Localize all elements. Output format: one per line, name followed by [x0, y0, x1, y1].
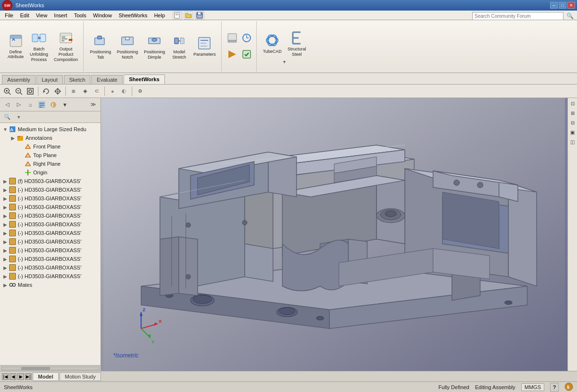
- tree-item-mates[interactable]: ▶ Mates: [0, 281, 100, 289]
- menu-window[interactable]: Window: [90, 12, 115, 19]
- rmt-view-5[interactable]: ◫: [568, 137, 577, 146]
- positioning-dimple-button[interactable]: Positioning Dimple: [141, 31, 167, 62]
- menu-insert[interactable]: Insert: [51, 12, 70, 19]
- search-button[interactable]: 🔍: [564, 11, 575, 21]
- menu-help[interactable]: Help: [151, 12, 168, 19]
- tree-item-comp8[interactable]: ▶ (-) HD3503-GIARBOXASS': [0, 237, 100, 246]
- rotate-button[interactable]: [41, 86, 51, 97]
- tree-item-comp9[interactable]: ▶ (-) HD3503-GIARBOXASS': [0, 246, 100, 255]
- tree-item-comp11[interactable]: ▶ (-) HD3503-GIARBOXASS': [0, 263, 100, 272]
- menu-edit[interactable]: Edit: [17, 12, 32, 19]
- menu-file[interactable]: File: [2, 12, 16, 19]
- tree-item-comp5[interactable]: ▶ (-) HD3503-GIARBOXASS': [0, 211, 100, 220]
- tree-item-comp6[interactable]: ▶ (-) HD3503-GIARBOXASS': [0, 220, 100, 229]
- zoom-in-button[interactable]: [2, 86, 13, 97]
- tab-evaluate[interactable]: Evaluate: [91, 75, 123, 84]
- scrollbar-thumb[interactable]: [21, 367, 50, 370]
- tree-item-comp1[interactable]: ▶ (f) HD3503-GIARBOXASS': [0, 177, 100, 185]
- extra-btn-4[interactable]: [240, 48, 253, 62]
- define-attribute-button[interactable]: A Define Attribute: [5, 31, 26, 62]
- tab-assembly[interactable]: Assembly: [2, 75, 36, 84]
- restore-button[interactable]: □: [559, 2, 566, 9]
- horizontal-scrollbar[interactable]: [1, 367, 100, 370]
- ft-tree-icon[interactable]: [37, 99, 47, 110]
- tree-item-comp4[interactable]: ▶ (-) HD3503-GIARBOXASS': [0, 203, 100, 211]
- menu-sheetworks[interactable]: SheetWorks: [116, 12, 151, 19]
- tree-expand-comp5[interactable]: ▶: [2, 213, 9, 219]
- ft-forward-button[interactable]: ▷: [13, 99, 24, 110]
- rmt-view-4[interactable]: ▣: [568, 128, 577, 136]
- tree-expand-comp12[interactable]: ▶: [2, 274, 9, 279]
- positioning-notch-button[interactable]: Positioning Notch: [114, 31, 140, 62]
- tree-item-annotations[interactable]: ▶ Annotaïons: [0, 134, 100, 142]
- extra-btn-1[interactable]: [226, 31, 239, 46]
- bottom-nav-next[interactable]: ▶: [17, 373, 24, 380]
- tree-item-comp12[interactable]: ▶ (-) HD3503-GIARBOXASS': [0, 272, 100, 281]
- view-orientation-button[interactable]: ⊞: [68, 86, 79, 97]
- tree-root[interactable]: ▼ A Medium to Large Sized Redu: [0, 125, 100, 134]
- output-product-button[interactable]: Output Product Composition: [51, 28, 80, 64]
- bottom-tab-motion-study[interactable]: Motion Study: [60, 372, 101, 381]
- tree-expand-comp11[interactable]: ▶: [2, 265, 9, 270]
- tree-expand-comp1[interactable]: ▶: [2, 179, 9, 184]
- rmt-view-3[interactable]: ⊟: [568, 118, 577, 127]
- tree-expand-comp10[interactable]: ▶: [2, 257, 9, 262]
- extra-btn-2[interactable]: [240, 31, 253, 46]
- tree-expand-annotations[interactable]: ▶: [10, 135, 16, 141]
- view-settings-button[interactable]: ⚙: [135, 86, 145, 97]
- search-input[interactable]: [472, 12, 564, 20]
- tubecad-dropdown-arrow[interactable]: ▼: [282, 60, 287, 64]
- section-view-button[interactable]: ⊂: [91, 86, 102, 97]
- tree-expand-comp6[interactable]: ▶: [2, 222, 9, 227]
- tab-sheetworks[interactable]: SheetWorks: [124, 74, 164, 84]
- tree-expand-comp2[interactable]: ▶: [2, 187, 9, 193]
- tree-expand-comp7[interactable]: ▶: [2, 231, 9, 236]
- bottom-nav-last[interactable]: ▶|: [25, 373, 32, 380]
- tubecad-button[interactable]: TubeCAD: [261, 31, 284, 56]
- tree-expand-comp4[interactable]: ▶: [2, 205, 9, 210]
- tree-item-origin[interactable]: Origin: [0, 168, 100, 177]
- appearance-button[interactable]: ●: [107, 86, 118, 97]
- toolbar-new[interactable]: [173, 11, 182, 20]
- zoom-out-button[interactable]: [13, 86, 24, 97]
- minimize-button[interactable]: ─: [550, 2, 558, 9]
- ft-back-button[interactable]: ◁: [2, 99, 13, 110]
- tree-expand-comp9[interactable]: ▶: [2, 248, 9, 253]
- ft-filter-dropdown[interactable]: ▼: [13, 112, 24, 122]
- tree-item-comp10[interactable]: ▶ (-) HD3503-GIARBOXASS': [0, 255, 100, 263]
- tree-item-front-plane[interactable]: Front Plane: [0, 142, 100, 151]
- tree-item-comp3[interactable]: ▶ (-) HD3503-GIARBOXASS': [0, 194, 100, 203]
- ft-expand-button[interactable]: ≫: [88, 99, 99, 110]
- bottom-tab-model[interactable]: Model: [33, 372, 59, 381]
- tree-item-top-plane[interactable]: Top Plane: [0, 151, 100, 159]
- menu-tools[interactable]: Tools: [71, 12, 89, 19]
- rmt-view-1[interactable]: ⊡: [568, 99, 577, 108]
- extra-btn-3[interactable]: [226, 48, 239, 62]
- close-button[interactable]: ✕: [567, 2, 575, 9]
- tree-expand-comp3[interactable]: ▶: [2, 196, 9, 201]
- viewport[interactable]: Z X Y *Isometric: [101, 98, 567, 371]
- display-style-button[interactable]: ◈: [80, 86, 90, 97]
- bottom-nav-first[interactable]: |◀: [2, 373, 9, 380]
- positioning-tab-button[interactable]: Positioning Tab: [88, 31, 113, 62]
- ft-filter-icon[interactable]: ▼: [60, 99, 70, 110]
- model-stretch-button[interactable]: Model Stretch: [168, 31, 190, 62]
- tree-expand-comp8[interactable]: ▶: [2, 239, 9, 245]
- tree-item-comp2[interactable]: ▶ (-) HD3503-GIARBOXASS': [0, 185, 100, 194]
- tree-expand-root[interactable]: ▼: [2, 127, 9, 132]
- tree-item-comp7[interactable]: ▶ (-) HD3503-GIARBOXASS': [0, 229, 100, 237]
- tab-layout[interactable]: Layout: [37, 75, 63, 84]
- scene-button[interactable]: ◐: [119, 86, 129, 97]
- tree-item-right-plane[interactable]: Right Plane: [0, 159, 100, 168]
- tab-sketch[interactable]: Sketch: [64, 75, 91, 84]
- parameters-button[interactable]: Parameters: [191, 34, 218, 59]
- status-help-button[interactable]: ?: [550, 383, 559, 392]
- zoom-fit-button[interactable]: [25, 86, 36, 97]
- rmt-view-2[interactable]: ⊞: [568, 109, 577, 117]
- ft-filter-toggle[interactable]: 🔍: [2, 112, 13, 122]
- tree-expand-mates[interactable]: ▶: [2, 282, 9, 288]
- pan-button[interactable]: [52, 86, 63, 97]
- menu-view[interactable]: View: [33, 12, 50, 19]
- ft-properties-icon[interactable]: i: [48, 99, 59, 110]
- structural-steel-button[interactable]: Structural Steel: [285, 28, 309, 59]
